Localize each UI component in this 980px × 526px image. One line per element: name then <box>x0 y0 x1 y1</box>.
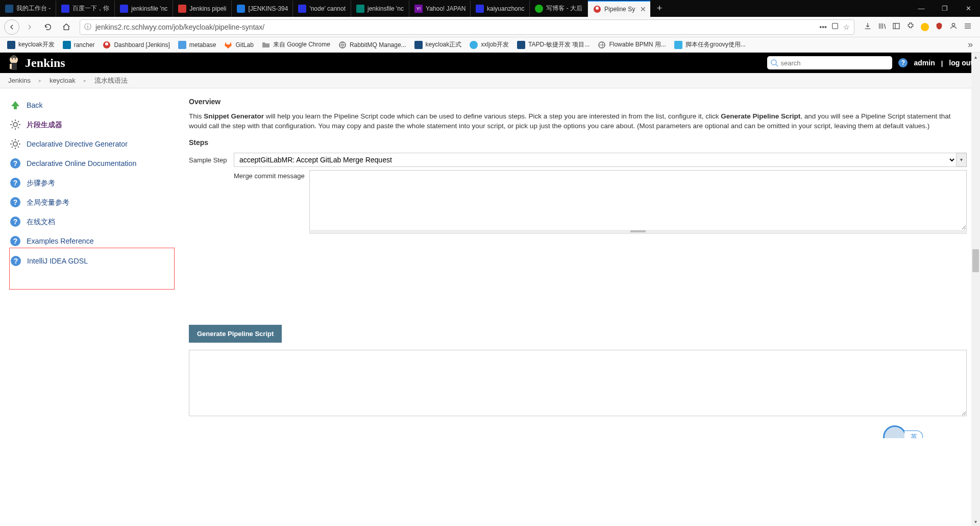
new-tab-button[interactable]: + <box>652 2 667 16</box>
extension-badge-icon[interactable] <box>921 23 929 31</box>
arrow-up-icon <box>9 99 21 111</box>
sidebar: Back 片段生成器 Declarative Directive Generat… <box>0 88 184 438</box>
bookmark-item[interactable]: rancher <box>60 39 98 51</box>
help-circle-icon: ? <box>9 235 21 247</box>
generated-script-output[interactable] <box>189 350 967 416</box>
browser-tab[interactable]: 写博客 - 大后 <box>530 1 588 17</box>
svg-text:?: ? <box>13 179 18 187</box>
svg-rect-12 <box>10 64 12 69</box>
browser-tab[interactable]: jenkinsfile 'nc <box>115 1 173 17</box>
more-actions-icon[interactable]: ••• <box>819 23 827 31</box>
back-button[interactable] <box>4 19 19 35</box>
sidebar-item-online-docs-cn[interactable]: ? 在线文档 <box>9 212 175 231</box>
sidebar-item-directive-generator[interactable]: Declarative Directive Generator <box>9 134 175 154</box>
chevron-right-icon: ▸ <box>39 78 41 83</box>
bookmark-item[interactable]: keycloak正式 <box>411 38 465 51</box>
sidebar-item-global-var-ref[interactable]: ? 全局变量参考 <box>9 193 175 212</box>
help-circle-icon: ? <box>10 255 22 267</box>
bookmark-item[interactable]: RabbitMQ Manage... <box>335 39 409 51</box>
maximize-button[interactable]: ❐ <box>933 1 957 17</box>
main-content: Overview This Snippet Generator will hel… <box>184 88 980 438</box>
reader-icon[interactable] <box>831 22 839 32</box>
browser-tab[interactable]: Y!Yahoo! JAPAN <box>409 1 471 17</box>
breadcrumb-item[interactable]: keycloak <box>50 77 76 84</box>
bookmark-item[interactable]: 脚本任务groovy使用... <box>671 38 749 51</box>
downloads-icon[interactable] <box>864 22 872 32</box>
sidebar-item-step-ref[interactable]: ? 步骤参考 <box>9 173 175 193</box>
logout-link[interactable]: log out <box>949 59 973 67</box>
chevron-down-icon[interactable]: ▾ <box>957 153 967 167</box>
svg-point-1 <box>596 7 599 10</box>
favicon-icon <box>120 5 128 13</box>
home-button[interactable] <box>58 19 75 35</box>
help-circle-icon: ? <box>9 196 21 208</box>
globe-icon <box>598 41 606 49</box>
bookmark-item[interactable]: keycloak开发 <box>4 38 58 51</box>
menu-icon[interactable] <box>964 22 972 32</box>
browser-tab-active[interactable]: Pipeline Sy✕ <box>588 1 650 17</box>
tab-strip: 我的工作台 - 百度一下，你 jenkinsfile 'nc Jenkins p… <box>0 0 980 17</box>
scroll-up-icon[interactable]: ▴ <box>971 53 980 61</box>
svg-point-14 <box>15 58 16 59</box>
sidebar-icon[interactable] <box>892 22 900 32</box>
generate-pipeline-script-button[interactable]: Generate Pipeline Script <box>189 325 282 343</box>
sidebar-item-back[interactable]: Back <box>9 95 175 115</box>
account-icon[interactable] <box>949 22 958 32</box>
sidebar-item-snippet-generator[interactable]: 片段生成器 <box>9 115 175 134</box>
ime-indicator[interactable]: 英 <box>883 425 923 438</box>
forward-button[interactable] <box>21 19 38 35</box>
bookmarks-overflow-button[interactable]: » <box>965 39 976 50</box>
ime-language-label: 英 <box>904 431 923 438</box>
breadcrumb-item[interactable]: Jenkins <box>8 77 31 84</box>
help-icon[interactable]: ? <box>898 58 908 67</box>
breadcrumb-item[interactable]: 流水线语法 <box>94 76 128 85</box>
scrollbar-thumb[interactable] <box>972 249 979 272</box>
overview-heading: Overview <box>189 98 967 106</box>
sample-step-row: Sample Step acceptGitLabMR: Accept GitLa… <box>189 153 967 234</box>
browser-tab[interactable]: [JENKINS-394 <box>232 1 293 17</box>
reload-button[interactable] <box>40 19 56 35</box>
bookmark-item[interactable]: metabase <box>175 39 219 51</box>
help-circle-icon: ? <box>9 177 21 189</box>
bookmark-item[interactable]: Dashboard [Jenkins] <box>100 39 173 51</box>
browser-tab[interactable]: 我的工作台 - <box>0 1 56 17</box>
sidebar-item-online-docs[interactable]: ? Declarative Online Documentation <box>9 154 175 173</box>
merge-message-label: Merge commit message <box>234 170 309 230</box>
bookmark-star-icon[interactable]: ☆ <box>843 23 850 31</box>
bookmark-folder[interactable]: 来自 Google Chrome <box>259 38 333 51</box>
sample-step-select[interactable]: acceptGitLabMR: Accept GitLab Merge Requ… <box>234 153 957 167</box>
close-tab-icon[interactable]: ✕ <box>640 5 646 13</box>
bookmark-item[interactable]: Flowable BPMN 用... <box>595 38 669 51</box>
user-link[interactable]: admin <box>914 59 935 67</box>
browser-tab[interactable]: 百度一下，你 <box>56 1 115 17</box>
bookmark-item[interactable]: GitLab <box>221 39 256 51</box>
svg-text:?: ? <box>13 159 18 168</box>
favicon-icon <box>61 5 69 13</box>
bookmark-item[interactable]: TAPD-敏捷开发 项目... <box>514 38 593 51</box>
extension-icon[interactable] <box>906 22 915 32</box>
browser-tab[interactable]: Jenkins pipeli <box>173 1 232 17</box>
resize-handle[interactable] <box>309 230 967 234</box>
browser-tab[interactable]: kaiyuanzhonc <box>471 1 530 17</box>
search-input[interactable] <box>767 56 892 69</box>
bookmark-favicon-icon <box>470 41 478 49</box>
favicon-icon <box>476 5 484 13</box>
steps-heading: Steps <box>189 138 967 147</box>
bookmark-item[interactable]: xxljob开发 <box>467 38 512 51</box>
browser-tab[interactable]: 'node' cannot <box>293 1 351 17</box>
merge-message-textarea[interactable] <box>309 170 967 230</box>
minimize-button[interactable]: — <box>910 1 933 17</box>
jenkins-logo[interactable]: Jenkins <box>7 55 65 71</box>
browser-tab[interactable]: jenkinsfile 'nc <box>351 1 409 17</box>
svg-rect-2 <box>832 23 838 29</box>
library-icon[interactable] <box>878 22 886 32</box>
favicon-icon: Y! <box>414 5 423 13</box>
svg-text:?: ? <box>13 218 18 226</box>
bookmark-favicon-icon <box>63 41 71 49</box>
vertical-scrollbar[interactable]: ▴ ▾ <box>971 53 980 438</box>
close-window-button[interactable]: ✕ <box>957 1 980 17</box>
sidebar-item-intellij-gdsl[interactable]: ? IntelliJ IDEA GDSL <box>10 251 174 271</box>
url-bar[interactable]: ⓘ jenkins2.rc.schlwyy.com/job/keycloak/p… <box>80 19 854 35</box>
ublock-icon[interactable] <box>935 22 943 32</box>
site-info-icon[interactable]: ⓘ <box>84 22 91 32</box>
